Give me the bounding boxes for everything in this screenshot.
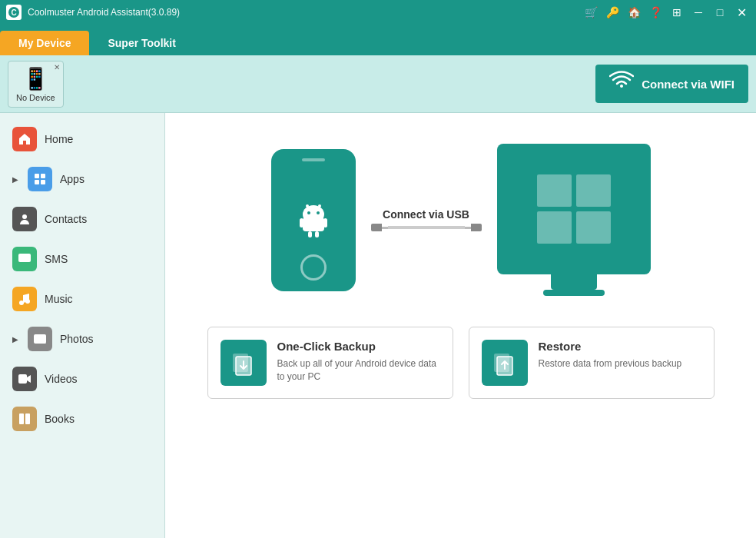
backup-card-title: One-Click Backup [277, 340, 440, 353]
backup-card-icon [220, 340, 267, 386]
sidebar-item-contacts[interactable]: Contacts [0, 199, 164, 239]
tab-my-device[interactable]: My Device [0, 31, 89, 55]
tab-super-toolkit[interactable]: Super Toolkit [89, 31, 194, 55]
svg-rect-12 [18, 374, 27, 384]
home-label: Home [45, 133, 73, 145]
svg-rect-5 [41, 180, 45, 184]
svg-rect-4 [35, 180, 39, 184]
sms-label: SMS [45, 253, 68, 265]
sms-menu-icon [12, 247, 37, 271]
close-icon[interactable]: ✕ [733, 4, 750, 21]
wifi-connect-button[interactable]: Connect via WIFI [595, 65, 748, 103]
app-title: Coolmuster Android Assistant(3.0.89) [28, 7, 582, 18]
photos-menu-icon [28, 327, 52, 351]
action-cards: One-Click Backup Back up all of your And… [207, 327, 715, 399]
svg-rect-20 [323, 218, 327, 227]
svg-point-16 [307, 211, 310, 214]
sidebar-item-photos[interactable]: ▶ Photos [0, 319, 164, 359]
content-area: Connect via USB [165, 113, 756, 538]
monitor-stand [551, 274, 597, 290]
restore-card-desc: Restore data from previous backup [539, 357, 682, 370]
backup-card-text: One-Click Backup Back up all of your And… [277, 340, 440, 384]
contacts-menu-icon [12, 207, 37, 231]
device-phone-icon: 📱 [22, 66, 49, 91]
svg-point-26 [318, 204, 321, 208]
home-icon[interactable]: 🏠 [625, 4, 642, 21]
apps-arrow: ▶ [12, 175, 18, 184]
svg-rect-21 [308, 231, 312, 237]
svg-rect-18 [303, 218, 324, 231]
videos-label: Videos [45, 373, 78, 385]
svg-point-17 [317, 211, 320, 214]
restore-card[interactable]: Restore Restore data from previous backu… [469, 327, 715, 399]
window-controls: 🛒 🔑 🏠 ❓ ⊞ ─ □ ✕ [582, 4, 750, 21]
sidebar-item-music[interactable]: Music [0, 279, 164, 319]
usb-line [371, 224, 482, 231]
phone-illustration [271, 149, 356, 291]
svg-rect-2 [35, 174, 39, 178]
sidebar-item-apps[interactable]: ▶ Apps [0, 159, 164, 199]
app-logo: C [6, 5, 22, 20]
nav-tabs: My Device Super Toolkit [0, 25, 756, 55]
main-layout: Home ▶ Apps Contacts SMS Music [0, 113, 756, 538]
device-name-label: No Device [16, 93, 55, 102]
svg-rect-3 [41, 174, 45, 178]
key-icon[interactable]: 🔑 [604, 4, 621, 21]
sidebar-item-sms[interactable]: SMS [0, 239, 164, 279]
svg-point-9 [25, 299, 30, 304]
svg-rect-14 [25, 413, 30, 424]
restore-card-title: Restore [539, 340, 682, 353]
restore-card-text: Restore Restore data from previous backu… [539, 340, 682, 370]
home-menu-icon [12, 127, 37, 151]
sidebar: Home ▶ Apps Contacts SMS Music [0, 113, 165, 538]
monitor-illustration [497, 144, 651, 296]
music-menu-icon [12, 287, 37, 311]
title-bar: C Coolmuster Android Assistant(3.0.89) 🛒… [0, 0, 756, 25]
windows-logo [534, 171, 614, 247]
svg-point-11 [36, 337, 39, 340]
help-icon[interactable]: ❓ [647, 4, 664, 21]
contacts-label: Contacts [45, 213, 87, 225]
device-header: ✕ 📱 No Device Connect via WIFI [0, 55, 756, 113]
grid-icon[interactable]: ⊞ [668, 4, 685, 21]
photos-arrow: ▶ [12, 335, 18, 344]
wifi-icon [609, 71, 634, 97]
usb-cable-area: Connect via USB [371, 208, 482, 231]
backup-card[interactable]: One-Click Backup Back up all of your And… [207, 327, 453, 399]
device-tab: ✕ 📱 No Device [8, 61, 64, 108]
apps-menu-icon [28, 167, 52, 191]
svg-rect-13 [19, 413, 24, 424]
svg-point-6 [22, 214, 27, 219]
cart-icon[interactable]: 🛒 [582, 4, 599, 21]
minimize-icon[interactable]: ─ [690, 4, 707, 21]
sidebar-item-home[interactable]: Home [0, 119, 164, 159]
svg-rect-19 [300, 218, 303, 227]
restore-card-icon [482, 340, 528, 386]
svg-rect-22 [315, 231, 319, 237]
apps-label: Apps [60, 173, 85, 185]
monitor-base [543, 290, 605, 296]
photos-label: Photos [60, 333, 94, 345]
device-tab-close[interactable]: ✕ [54, 63, 60, 71]
svg-point-8 [19, 301, 24, 305]
videos-menu-icon [12, 367, 37, 391]
sidebar-item-videos[interactable]: Videos [0, 359, 164, 399]
music-label: Music [45, 293, 73, 305]
books-label: Books [45, 413, 75, 425]
maximize-icon[interactable]: □ [711, 4, 728, 21]
usb-illustration: Connect via USB [181, 144, 741, 296]
svg-text:C: C [11, 8, 16, 17]
svg-rect-7 [18, 254, 31, 262]
usb-label: Connect via USB [383, 208, 469, 221]
sidebar-item-books[interactable]: Books [0, 399, 164, 439]
books-menu-icon [12, 407, 37, 431]
monitor-screen [497, 144, 651, 274]
backup-card-desc: Back up all of your Android device data … [277, 357, 440, 384]
wifi-button-label: Connect via WIFI [642, 78, 734, 91]
svg-point-25 [306, 204, 309, 208]
